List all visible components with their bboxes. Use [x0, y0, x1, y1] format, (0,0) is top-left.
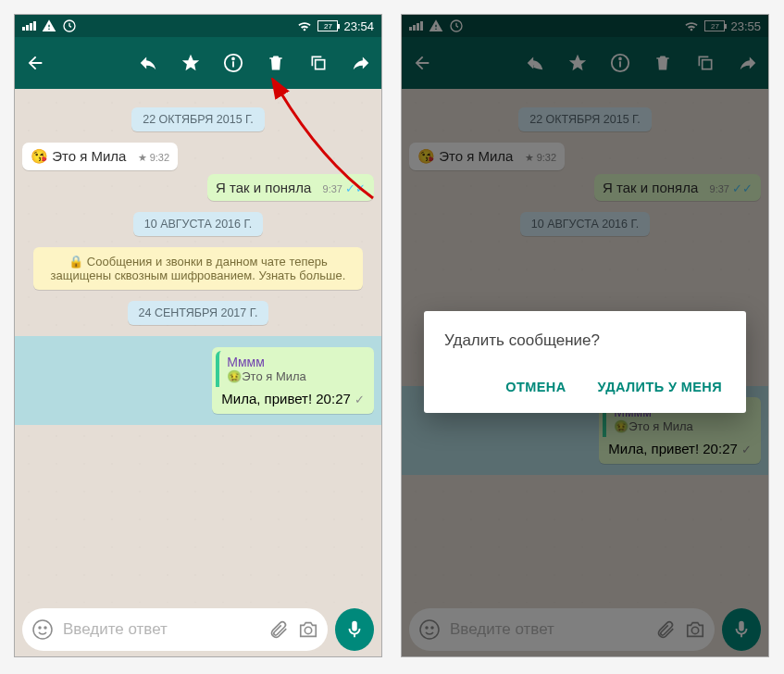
- message-input[interactable]: [450, 620, 646, 639]
- forward-icon[interactable]: [350, 52, 372, 74]
- svg-point-3: [232, 58, 234, 60]
- delete-for-me-button[interactable]: УДАЛИТЬ У МЕНЯ: [594, 372, 726, 402]
- message-out[interactable]: Я так и поняла 9:37 ✓✓: [22, 174, 374, 201]
- emoji-picker-icon[interactable]: [418, 618, 441, 641]
- forward-icon[interactable]: [737, 52, 759, 74]
- info-icon[interactable]: [609, 52, 631, 74]
- chat-body: 22 ОКТЯБРЯ 2015 Г. 😘 Это я Мила ★ 9:32 Я…: [15, 89, 381, 603]
- phone-left: 27 23:54 22 ОКТЯБРЯ 2015 Г.: [14, 14, 382, 657]
- lock-icon: 🔒: [68, 255, 83, 268]
- message-out[interactable]: Я так и поняла 9:37 ✓✓: [409, 174, 761, 201]
- date-chip: 10 АВГУСТА 2016 Г.: [133, 212, 263, 236]
- camera-icon[interactable]: [298, 619, 318, 640]
- info-icon[interactable]: [222, 52, 244, 74]
- message-input-container: [22, 608, 328, 651]
- mic-button[interactable]: [722, 608, 761, 651]
- date-chip: 22 ОКТЯБРЯ 2015 Г.: [518, 107, 652, 131]
- attach-icon[interactable]: [655, 619, 676, 640]
- clock-text: 23:54: [343, 19, 374, 33]
- wifi-icon: [684, 19, 699, 33]
- sync-icon: [62, 19, 77, 33]
- signal-icon: [22, 21, 36, 31]
- mic-button[interactable]: [335, 608, 374, 651]
- copy-icon[interactable]: [694, 52, 716, 74]
- input-bar: [402, 603, 768, 656]
- emoji-picker-icon[interactable]: [31, 618, 54, 641]
- delete-icon[interactable]: [265, 52, 287, 74]
- star-icon[interactable]: [566, 52, 589, 74]
- delete-icon[interactable]: [652, 52, 674, 74]
- status-bar: 27 23:55: [402, 15, 768, 37]
- svg-point-16: [431, 627, 433, 629]
- date-chip: 10 АВГУСТА 2016 Г.: [520, 212, 650, 236]
- message-input[interactable]: [63, 620, 259, 639]
- svg-rect-13: [703, 60, 712, 69]
- svg-point-14: [420, 620, 439, 639]
- svg-point-15: [426, 627, 428, 629]
- copy-icon[interactable]: [307, 52, 330, 74]
- svg-point-6: [39, 627, 41, 629]
- reply-icon[interactable]: [137, 52, 159, 74]
- dialog-title: Удалить сообщение?: [444, 331, 726, 350]
- svg-point-8: [305, 627, 311, 633]
- back-button[interactable]: [24, 52, 46, 74]
- date-chip: 22 ОКТЯБРЯ 2015 Г.: [131, 107, 265, 131]
- emoji-icon: 🤢: [614, 419, 628, 433]
- battery-icon: 27: [317, 20, 338, 31]
- camera-icon[interactable]: [685, 619, 705, 640]
- emoji-icon: 😘: [417, 148, 435, 164]
- signal-icon: [409, 21, 423, 31]
- svg-rect-4: [316, 60, 325, 69]
- warning-icon: [42, 19, 56, 33]
- warning-icon: [429, 19, 443, 33]
- svg-point-12: [619, 58, 621, 60]
- svg-point-17: [691, 627, 698, 633]
- wifi-icon: [297, 19, 312, 33]
- back-button[interactable]: [411, 52, 433, 74]
- message-in[interactable]: 😘 Это я Мила ★ 9:32: [409, 143, 761, 170]
- sync-icon: [449, 19, 464, 33]
- message-in[interactable]: 😘 Это я Мила ★ 9:32: [22, 143, 374, 170]
- encryption-notice[interactable]: 🔒 Сообщения и звонки в данном чате тепер…: [33, 247, 363, 290]
- svg-point-7: [44, 627, 46, 629]
- delete-dialog: Удалить сообщение? ОТМЕНА УДАЛИТЬ У МЕНЯ: [424, 311, 746, 413]
- input-bar: [15, 603, 381, 656]
- action-bar: [402, 37, 768, 89]
- emoji-icon: 🤢: [227, 369, 242, 383]
- attach-icon[interactable]: [268, 619, 289, 640]
- reply-icon[interactable]: [524, 52, 546, 74]
- emoji-icon: 😘: [31, 148, 48, 164]
- clock-text: 23:55: [730, 19, 761, 33]
- phone-right: 27 23:55 22 ОКТЯБРЯ 2015 Г.: [401, 14, 769, 657]
- date-chip: 24 СЕНТЯБРЯ 2017 Г.: [128, 301, 269, 325]
- star-icon[interactable]: [180, 52, 202, 74]
- status-bar: 27 23:54: [15, 15, 381, 37]
- action-bar: [15, 37, 381, 89]
- selected-message[interactable]: Мммм 🤢Это я Мила Мила, привет! 20:27 ✓: [15, 336, 381, 425]
- message-input-container: [409, 608, 715, 651]
- svg-point-5: [33, 620, 52, 639]
- battery-icon: 27: [704, 20, 725, 31]
- cancel-button[interactable]: ОТМЕНА: [502, 372, 569, 402]
